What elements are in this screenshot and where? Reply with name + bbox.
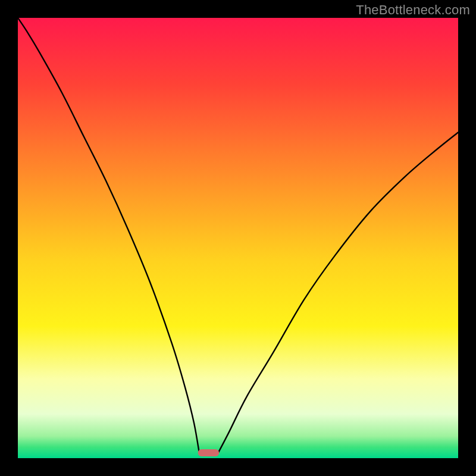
watermark-text: TheBottleneck.com [356, 2, 470, 18]
chart-plot-area [18, 18, 458, 458]
optimal-range [198, 449, 220, 456]
chart-frame: TheBottleneck.com [0, 0, 476, 476]
chart-svg [18, 18, 458, 458]
chart-background [18, 18, 458, 458]
